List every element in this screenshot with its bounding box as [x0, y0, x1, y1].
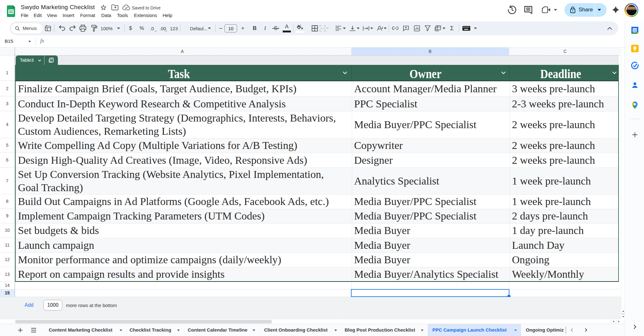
svg-text:31: 31 — [633, 29, 636, 32]
